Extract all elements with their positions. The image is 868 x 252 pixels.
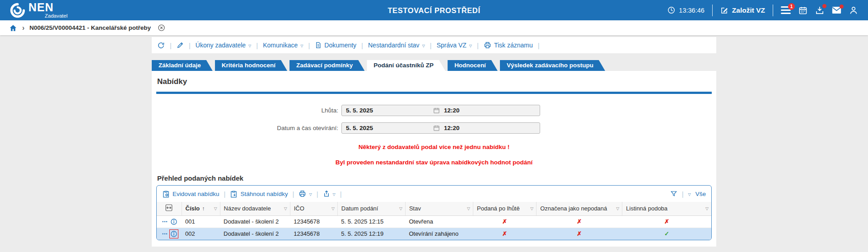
printer-icon (484, 42, 491, 49)
filter-caret-icon[interactable]: ▽ (331, 206, 335, 211)
info-icon-highlighted[interactable] (170, 230, 177, 238)
environment-title: TESTOVACÍ PROSTŘEDÍ (387, 6, 480, 14)
column-label: IČO (294, 205, 304, 212)
nen-logo-icon (10, 3, 25, 18)
user-profile-button[interactable] (849, 6, 858, 15)
offers-grid-panel: Evidovat nabídku | Stáhnout nabídky | (156, 185, 712, 240)
tab-podani-ucastniku-zp[interactable]: Podání účastníků ZP (367, 60, 445, 71)
column-label: Stav (409, 205, 421, 212)
toolbar-separator: | (430, 42, 432, 49)
toolbar-separator: | (293, 190, 294, 198)
field-label: Lhůta: (152, 107, 341, 114)
column-label: Číslo (186, 205, 200, 212)
home-icon[interactable] (9, 24, 17, 32)
table-row[interactable]: ••• 001 Dodavatel - školení 2 12345678 (157, 215, 711, 228)
menu-nestandardni-stav[interactable]: Nestandardní stav ▽ (368, 42, 425, 49)
time-value: 12:20 (444, 125, 460, 131)
export-icon (323, 190, 330, 197)
filter-caret-icon[interactable]: ▽ (399, 206, 402, 211)
chevron-right-icon: › (22, 24, 24, 32)
column-header-ico[interactable]: IČO ▽ (290, 202, 337, 215)
lhuta-datetime-field[interactable]: 5. 5. 2025 12:20 (341, 105, 540, 116)
menu-label: Tisk záznamu (494, 42, 533, 49)
create-vz-button[interactable]: Založit VZ (720, 6, 765, 14)
toolbar-separator: | (170, 42, 172, 49)
menu-sprava-vz[interactable]: Správa VZ ▽ (437, 42, 472, 49)
filter-caret-icon[interactable]: ▽ (616, 206, 619, 211)
row-actions-icon[interactable]: ••• (162, 232, 168, 236)
menu-ukony-zadavatele[interactable]: Úkony zadavatele ▽ (196, 42, 251, 49)
filter-caret-icon[interactable]: ▽ (467, 206, 470, 211)
logo-text: NEN (28, 2, 68, 13)
cell-stav: Otevřena (405, 215, 473, 228)
otevirani-datetime-field[interactable]: 5. 5. 2025 12:20 (341, 122, 540, 134)
column-header-cislo[interactable]: Číslo ↑ ▽ (182, 202, 220, 215)
menu-label: Nestandardní stav (368, 42, 420, 49)
filter-caret-icon[interactable]: ▽ (284, 206, 287, 211)
document-icon (315, 42, 322, 49)
column-header-stav[interactable]: Stav ▽ (405, 202, 473, 215)
downloads-notification-dot (822, 4, 826, 8)
toolbar-separator: | (317, 190, 318, 198)
export-table-button[interactable]: ▽ (323, 190, 336, 197)
warning-multiple-offers: Některý z dodavatelů podal více než jedn… (152, 144, 716, 150)
chevron-down-icon: ▽ (469, 44, 472, 48)
menu-dokumenty[interactable]: Dokumenty (315, 42, 356, 49)
nen-logo[interactable]: NEN Zadavatel (10, 2, 68, 19)
cell-listinna-podoba: ✓ (622, 228, 711, 240)
topbar-divider (773, 5, 773, 16)
toolbar-separator: | (224, 190, 226, 198)
column-header-oznacena-jako-nepodana[interactable]: Označena jako nepodaná ▽ (537, 202, 622, 215)
messages-button[interactable] (832, 6, 841, 14)
toolbar-separator: | (538, 42, 540, 49)
row-actions-icon[interactable]: ••• (162, 219, 168, 224)
column-label: Název dodavatele (224, 205, 271, 212)
messages-notification-dot (840, 5, 844, 9)
filter-caret-icon[interactable]: ▽ (214, 206, 217, 211)
top-bar: NEN Zadavatel TESTOVACÍ PROSTŘEDÍ 13:36:… (0, 0, 868, 20)
table-row-selected[interactable]: ••• 002 Dodavatel - školení 2 12345678 (157, 228, 711, 240)
downloads-button[interactable] (815, 6, 824, 15)
menu-komunikace[interactable]: Komunikace ▽ (263, 42, 303, 49)
close-tab-icon[interactable] (158, 24, 165, 32)
filter-caret-icon[interactable]: ▽ (705, 206, 709, 211)
deadlines-form: Lhůta: 5. 5. 2025 12:20 Datum a čas otev… (152, 105, 716, 134)
menu-tisk-zaznamu[interactable]: Tisk záznamu (484, 42, 533, 49)
cell-ico: 12345678 (290, 215, 337, 228)
column-header-listinna-podoba[interactable]: Listinná podoba ▽ (622, 202, 711, 215)
menu-label: Komunikace (263, 42, 298, 49)
breadcrumb: › N006/25/V00004421 - Kancelářské potřeb… (0, 20, 868, 35)
column-header-datum-podani[interactable]: Datum podání ▽ (337, 202, 405, 215)
calendar-button[interactable] (798, 6, 807, 15)
tab-hodnoceni[interactable]: Hodnocení (448, 60, 498, 71)
filter-caret-icon[interactable]: ▽ (530, 206, 533, 211)
column-label: Listinná podoba (626, 205, 667, 212)
form-row-oteviranie: Datum a čas otevírání: 5. 5. 2025 12:20 (152, 122, 716, 134)
cell-oznacena-nepodana: ✗ (537, 215, 622, 228)
toolbar-separator: | (477, 42, 479, 49)
clipboard-gear-icon (162, 190, 170, 198)
toolbar-separator: | (308, 42, 310, 49)
cell-datum: 5. 5. 2025 12:19 (337, 228, 405, 240)
column-settings-header[interactable] (157, 202, 182, 215)
tab-kriteria-hodnoceni[interactable]: Kritéria hodnocení (215, 60, 287, 71)
breadcrumb-item[interactable]: N006/25/V00004421 - Kancelářské potřeby (29, 24, 151, 31)
tab-zakladni-udaje[interactable]: Základní údaje (152, 60, 213, 71)
column-header-podana-po-lhute[interactable]: Podaná po lhůtě ▽ (473, 202, 537, 215)
toolbar-separator: | (189, 42, 191, 49)
filter-vse-button[interactable]: Vše (695, 191, 706, 197)
menu-button[interactable]: 1 (781, 6, 791, 14)
refresh-button[interactable] (157, 42, 165, 49)
print-table-button[interactable]: ▽ (299, 190, 312, 197)
tab-vysledek-zadavaciho-postupu[interactable]: Výsledek zadávacího postupu (500, 60, 605, 71)
column-header-nazev-dodavatele[interactable]: Název dodavatele ▽ (220, 202, 290, 215)
info-icon[interactable] (170, 218, 177, 225)
edit-button[interactable] (177, 42, 184, 49)
stahnout-nabidky-button[interactable]: Stáhnout nabídky (230, 190, 288, 198)
cell-ico: 12345678 (290, 228, 337, 240)
tab-zadavaci-podminky[interactable]: Zadávací podmínky (289, 60, 364, 71)
evidovat-nabidku-button[interactable]: Evidovat nabídku (162, 190, 219, 198)
action-label: Evidovat nabídku (173, 191, 219, 197)
cell-stav: Otevírání zahájeno (405, 228, 473, 240)
filter-funnel-icon[interactable] (670, 190, 677, 197)
